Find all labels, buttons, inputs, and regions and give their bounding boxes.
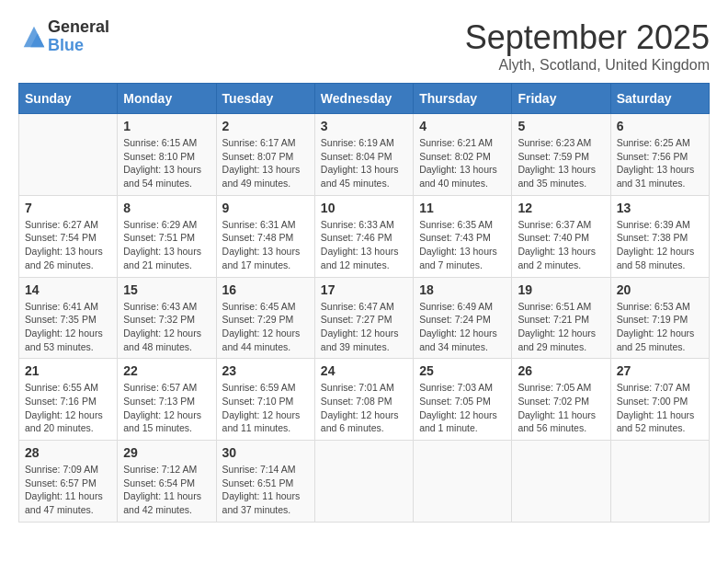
day-number: 3 bbox=[321, 119, 407, 133]
calendar-cell: 3Sunrise: 6:19 AM Sunset: 8:04 PM Daylig… bbox=[314, 114, 413, 196]
calendar-row: 1Sunrise: 6:15 AM Sunset: 8:10 PM Daylig… bbox=[19, 114, 710, 196]
day-number: 20 bbox=[617, 282, 703, 297]
day-info: Sunrise: 6:15 AM Sunset: 8:10 PM Dayligh… bbox=[123, 136, 210, 190]
day-number: 17 bbox=[321, 282, 407, 297]
calendar-row: 14Sunrise: 6:41 AM Sunset: 7:35 PM Dayli… bbox=[19, 277, 710, 359]
day-info: Sunrise: 6:33 AM Sunset: 7:46 PM Dayligh… bbox=[321, 218, 407, 272]
day-info: Sunrise: 6:51 AM Sunset: 7:21 PM Dayligh… bbox=[518, 300, 604, 354]
header-wednesday: Wednesday bbox=[314, 84, 413, 114]
day-number: 29 bbox=[123, 445, 210, 460]
header-monday: Monday bbox=[118, 84, 216, 114]
calendar-cell: 10Sunrise: 6:33 AM Sunset: 7:46 PM Dayli… bbox=[314, 195, 413, 277]
calendar-cell: 12Sunrise: 6:37 AM Sunset: 7:40 PM Dayli… bbox=[512, 195, 610, 277]
day-info: Sunrise: 6:53 AM Sunset: 7:19 PM Dayligh… bbox=[617, 300, 703, 354]
day-info: Sunrise: 6:39 AM Sunset: 7:38 PM Dayligh… bbox=[617, 218, 703, 272]
calendar-table: Sunday Monday Tuesday Wednesday Thursday… bbox=[18, 83, 710, 523]
day-info: Sunrise: 7:05 AM Sunset: 7:02 PM Dayligh… bbox=[518, 381, 604, 435]
day-info: Sunrise: 7:12 AM Sunset: 6:54 PM Dayligh… bbox=[123, 463, 210, 517]
day-number: 11 bbox=[419, 201, 506, 215]
calendar-cell: 30Sunrise: 7:14 AM Sunset: 6:51 PM Dayli… bbox=[216, 441, 314, 523]
day-info: Sunrise: 6:17 AM Sunset: 8:07 PM Dayligh… bbox=[222, 136, 309, 190]
calendar-cell: 19Sunrise: 6:51 AM Sunset: 7:21 PM Dayli… bbox=[512, 277, 610, 359]
day-info: Sunrise: 6:27 AM Sunset: 7:54 PM Dayligh… bbox=[25, 218, 111, 272]
title-area: September 2025 Alyth, Scotland, United K… bbox=[465, 18, 710, 74]
calendar-cell: 11Sunrise: 6:35 AM Sunset: 7:43 PM Dayli… bbox=[414, 195, 512, 277]
calendar-cell: 26Sunrise: 7:05 AM Sunset: 7:02 PM Dayli… bbox=[512, 359, 610, 441]
header-row: Sunday Monday Tuesday Wednesday Thursday… bbox=[19, 84, 710, 114]
calendar-cell: 23Sunrise: 6:59 AM Sunset: 7:10 PM Dayli… bbox=[216, 359, 314, 441]
calendar-cell: 16Sunrise: 6:45 AM Sunset: 7:29 PM Dayli… bbox=[216, 277, 314, 359]
logo-general: General bbox=[48, 18, 109, 37]
day-info: Sunrise: 6:19 AM Sunset: 8:04 PM Dayligh… bbox=[321, 136, 407, 190]
day-number: 6 bbox=[617, 119, 703, 133]
day-info: Sunrise: 6:45 AM Sunset: 7:29 PM Dayligh… bbox=[222, 300, 309, 354]
day-info: Sunrise: 6:57 AM Sunset: 7:13 PM Dayligh… bbox=[123, 381, 210, 435]
day-info: Sunrise: 7:07 AM Sunset: 7:00 PM Dayligh… bbox=[617, 381, 703, 435]
day-info: Sunrise: 6:43 AM Sunset: 7:32 PM Dayligh… bbox=[123, 300, 210, 354]
month-title: September 2025 bbox=[465, 18, 710, 57]
calendar-cell: 17Sunrise: 6:47 AM Sunset: 7:27 PM Dayli… bbox=[314, 277, 413, 359]
calendar-cell: 8Sunrise: 6:29 AM Sunset: 7:51 PM Daylig… bbox=[118, 195, 216, 277]
header-saturday: Saturday bbox=[610, 84, 709, 114]
day-number: 9 bbox=[222, 201, 309, 215]
day-number: 23 bbox=[222, 363, 309, 378]
day-info: Sunrise: 7:03 AM Sunset: 7:05 PM Dayligh… bbox=[419, 381, 506, 435]
header-sunday: Sunday bbox=[19, 84, 118, 114]
day-number: 14 bbox=[25, 282, 111, 297]
calendar-cell bbox=[512, 441, 610, 523]
calendar-cell bbox=[414, 441, 512, 523]
calendar-header: Sunday Monday Tuesday Wednesday Thursday… bbox=[19, 84, 710, 114]
calendar-cell: 18Sunrise: 6:49 AM Sunset: 7:24 PM Dayli… bbox=[414, 277, 512, 359]
header-friday: Friday bbox=[512, 84, 610, 114]
calendar-cell: 6Sunrise: 6:25 AM Sunset: 7:56 PM Daylig… bbox=[610, 114, 709, 196]
header-thursday: Thursday bbox=[414, 84, 512, 114]
calendar-cell: 7Sunrise: 6:27 AM Sunset: 7:54 PM Daylig… bbox=[19, 195, 118, 277]
day-number: 4 bbox=[419, 119, 506, 133]
day-number: 24 bbox=[321, 363, 407, 378]
logo-text: General Blue bbox=[48, 18, 109, 55]
calendar-row: 7Sunrise: 6:27 AM Sunset: 7:54 PM Daylig… bbox=[19, 195, 710, 277]
calendar-cell: 27Sunrise: 7:07 AM Sunset: 7:00 PM Dayli… bbox=[610, 359, 709, 441]
day-number: 10 bbox=[321, 201, 407, 215]
calendar-cell: 28Sunrise: 7:09 AM Sunset: 6:57 PM Dayli… bbox=[19, 441, 118, 523]
calendar-cell: 25Sunrise: 7:03 AM Sunset: 7:05 PM Dayli… bbox=[414, 359, 512, 441]
day-info: Sunrise: 7:09 AM Sunset: 6:57 PM Dayligh… bbox=[25, 463, 111, 517]
day-info: Sunrise: 6:21 AM Sunset: 8:02 PM Dayligh… bbox=[419, 136, 506, 190]
day-info: Sunrise: 6:37 AM Sunset: 7:40 PM Dayligh… bbox=[518, 218, 604, 272]
day-info: Sunrise: 6:29 AM Sunset: 7:51 PM Dayligh… bbox=[123, 218, 210, 272]
calendar-body: 1Sunrise: 6:15 AM Sunset: 8:10 PM Daylig… bbox=[19, 114, 710, 523]
day-number: 5 bbox=[518, 119, 604, 133]
day-number: 30 bbox=[222, 445, 309, 460]
day-number: 26 bbox=[518, 363, 604, 378]
day-number: 2 bbox=[222, 119, 309, 133]
day-info: Sunrise: 6:49 AM Sunset: 7:24 PM Dayligh… bbox=[419, 300, 506, 354]
calendar-cell: 21Sunrise: 6:55 AM Sunset: 7:16 PM Dayli… bbox=[19, 359, 118, 441]
day-number: 7 bbox=[25, 201, 111, 215]
calendar-cell: 5Sunrise: 6:23 AM Sunset: 7:59 PM Daylig… bbox=[512, 114, 610, 196]
header-tuesday: Tuesday bbox=[216, 84, 314, 114]
calendar-cell: 15Sunrise: 6:43 AM Sunset: 7:32 PM Dayli… bbox=[118, 277, 216, 359]
day-number: 25 bbox=[419, 363, 506, 378]
logo: General Blue bbox=[18, 18, 109, 55]
day-number: 15 bbox=[123, 282, 210, 297]
calendar-cell: 1Sunrise: 6:15 AM Sunset: 8:10 PM Daylig… bbox=[118, 114, 216, 196]
calendar-cell bbox=[19, 114, 118, 196]
calendar-cell: 20Sunrise: 6:53 AM Sunset: 7:19 PM Dayli… bbox=[610, 277, 709, 359]
calendar-cell: 9Sunrise: 6:31 AM Sunset: 7:48 PM Daylig… bbox=[216, 195, 314, 277]
day-number: 13 bbox=[617, 201, 703, 215]
day-info: Sunrise: 6:47 AM Sunset: 7:27 PM Dayligh… bbox=[321, 300, 407, 354]
day-info: Sunrise: 6:41 AM Sunset: 7:35 PM Dayligh… bbox=[25, 300, 111, 354]
day-info: Sunrise: 6:23 AM Sunset: 7:59 PM Dayligh… bbox=[518, 136, 604, 190]
day-number: 28 bbox=[25, 445, 111, 460]
day-number: 12 bbox=[518, 201, 604, 215]
day-number: 8 bbox=[123, 201, 210, 215]
calendar-cell bbox=[610, 441, 709, 523]
day-info: Sunrise: 6:31 AM Sunset: 7:48 PM Dayligh… bbox=[222, 218, 309, 272]
day-number: 21 bbox=[25, 363, 111, 378]
calendar-cell bbox=[314, 441, 413, 523]
logo-blue: Blue bbox=[48, 37, 109, 55]
day-info: Sunrise: 6:59 AM Sunset: 7:10 PM Dayligh… bbox=[222, 381, 309, 435]
day-info: Sunrise: 6:55 AM Sunset: 7:16 PM Dayligh… bbox=[25, 381, 111, 435]
day-info: Sunrise: 6:25 AM Sunset: 7:56 PM Dayligh… bbox=[617, 136, 703, 190]
day-number: 22 bbox=[123, 363, 210, 378]
